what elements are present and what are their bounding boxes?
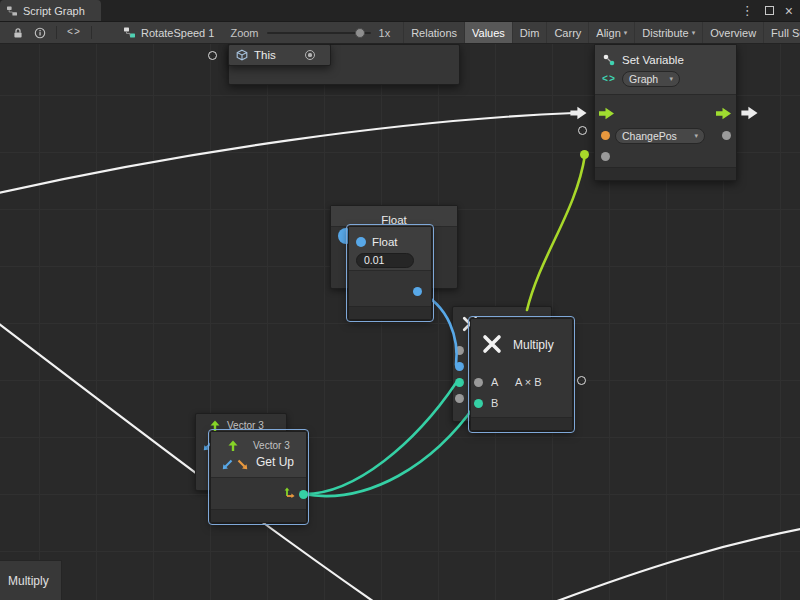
tab-script-graph[interactable]: Script Graph (0, 0, 101, 21)
wire-teal-a (303, 383, 456, 494)
graph-scope-icon: <> (602, 74, 616, 85)
output-value-port[interactable] (722, 131, 731, 140)
graph-icon (123, 26, 136, 39)
float-type-icon (356, 237, 366, 247)
zoom-control: Zoom 1x (230, 27, 390, 39)
float-header: Float 0.01 (349, 227, 431, 271)
wire-endpoint[interactable] (580, 150, 589, 159)
node-title: Multiply (513, 338, 554, 352)
wire-teal-b (303, 404, 476, 496)
node-this[interactable]: This (228, 44, 331, 66)
node-get-up[interactable]: Vector 3 Get Up (210, 431, 307, 523)
member-type-label: Vector 3 (253, 440, 290, 451)
wire-diagonal-left (0, 320, 380, 600)
window-controls: ⋮ × (741, 0, 800, 21)
toolbar-buttons: Relations Values Dim Carry Align▾ Distri… (403, 22, 800, 43)
node-set-variable[interactable]: Set Variable <> Graph ▾ ChangePos (594, 44, 737, 181)
wire-flow-in (0, 113, 574, 194)
lock-icon[interactable] (7, 22, 29, 43)
get-up-output-port[interactable] (299, 490, 308, 499)
float-value: 0.01 (364, 254, 384, 266)
node-multiply[interactable]: Multiply A A × B B (470, 318, 573, 431)
distribute-button[interactable]: Distribute▾ (634, 22, 702, 43)
relations-button[interactable]: Relations (403, 22, 464, 43)
node-title: Float (381, 214, 407, 226)
info-icon[interactable] (29, 22, 51, 43)
unity-script-graph-window: Script Graph ⋮ × <> (0, 0, 800, 600)
cube-icon (236, 49, 248, 61)
variable-port[interactable] (601, 131, 610, 140)
overlay-label: Multiply (8, 574, 49, 588)
float-value-field[interactable]: 0.01 (356, 253, 414, 268)
node-footer (595, 167, 736, 180)
graph-toolbar: <> RotateSpeed 1 Zoom 1x Relations Value… (0, 22, 800, 44)
input-port[interactable] (455, 362, 464, 371)
variable-name-dropdown[interactable]: ChangePos ▾ (615, 128, 705, 144)
toolbar-separator (56, 26, 57, 39)
input-value-port[interactable] (601, 152, 610, 161)
carry-button[interactable]: Carry (546, 22, 588, 43)
node-title: This (254, 49, 276, 61)
multiply-output-ring[interactable] (577, 376, 586, 385)
flow-arrow-white-left (570, 106, 588, 120)
wire-lime (527, 155, 585, 310)
set-variable-icon (602, 53, 616, 67)
menu-kebab-icon[interactable]: ⋮ (741, 4, 754, 17)
toolbar-separator (91, 26, 92, 39)
up-arrow-icon (227, 439, 239, 452)
float-output-port[interactable] (413, 287, 422, 296)
port-ring[interactable] (578, 126, 587, 135)
values-button[interactable]: Values (464, 22, 512, 43)
set-variable-header: Set Variable <> Graph ▾ (595, 45, 736, 95)
port-label-a: A (491, 376, 498, 388)
target-icon[interactable] (305, 50, 315, 60)
graph-canvas[interactable]: Float Vector 3 (0, 44, 800, 600)
script-graph-tab-icon (6, 5, 18, 17)
input-a-port[interactable] (474, 378, 483, 387)
scope-dropdown[interactable]: Graph ▾ (622, 71, 680, 87)
input-b-port[interactable] (474, 399, 483, 408)
graph-name: RotateSpeed 1 (141, 27, 214, 39)
wire-bottom-right (544, 528, 800, 600)
flow-arrow-white-right (741, 106, 759, 120)
input-port[interactable] (455, 346, 464, 355)
zoom-value: 1x (379, 27, 391, 39)
dim-button[interactable]: Dim (512, 22, 547, 43)
chevron-down-icon: ▾ (692, 29, 696, 37)
node-title: Get Up (256, 455, 294, 469)
vector3-axis-icon (283, 485, 296, 498)
flow-in-port[interactable] (599, 107, 615, 120)
node-footer (349, 306, 431, 319)
chevron-down-icon: ▾ (624, 29, 628, 37)
port-ring[interactable] (208, 51, 217, 60)
down-left-arrow-icon (221, 459, 233, 471)
node-float[interactable]: Float 0.01 (348, 226, 432, 320)
result-label: A × B (515, 376, 542, 388)
tab-title: Script Graph (23, 5, 85, 17)
graph-breadcrumb[interactable]: RotateSpeed 1 (123, 26, 214, 39)
down-right-arrow-icon (237, 459, 249, 471)
close-icon[interactable]: × (785, 4, 793, 18)
dropdown-value: Graph (629, 73, 658, 85)
fullscreen-button[interactable]: Full Screen (763, 22, 800, 43)
node-title: Vector 3 (227, 420, 264, 431)
align-button[interactable]: Align▾ (588, 22, 634, 43)
code-view-icon[interactable]: <> (62, 22, 86, 43)
zoom-slider[interactable] (267, 32, 371, 34)
chevron-down-icon: ▾ (670, 75, 674, 83)
hover-name-overlay: Multiply (0, 560, 62, 600)
maximize-icon[interactable] (765, 6, 774, 15)
multiply-x-icon (481, 333, 503, 355)
overview-button[interactable]: Overview (702, 22, 763, 43)
zoom-slider-handle[interactable] (355, 28, 365, 38)
input-port[interactable] (455, 378, 464, 387)
dropdown-value: ChangePos (622, 130, 677, 142)
node-title: Float (372, 236, 398, 248)
node-footer (471, 417, 572, 430)
input-port[interactable] (455, 394, 464, 403)
node-footer (211, 509, 306, 522)
zoom-label: Zoom (230, 27, 258, 39)
flow-out-port[interactable] (716, 107, 732, 120)
port-label-b: B (491, 397, 498, 409)
chevron-down-icon: ▾ (694, 132, 698, 140)
